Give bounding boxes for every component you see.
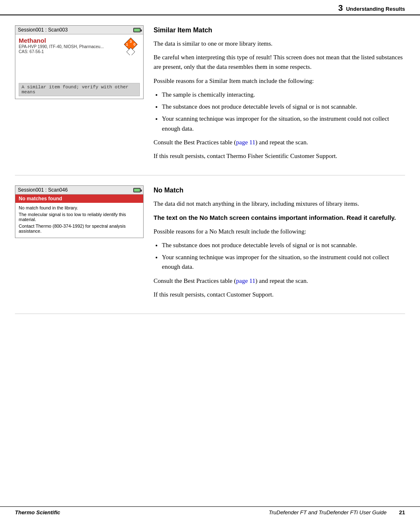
device-screen-nomatch: Session001 : Scan046 No matches found No… (15, 185, 144, 238)
session-label-nomatch: Session001 : Scan046 (18, 187, 68, 193)
chapter-title: Understanding Results (346, 6, 405, 12)
footer-page-number: 21 (399, 509, 405, 516)
battery-icon-nomatch (133, 188, 141, 192)
battery-icon-similar (133, 28, 141, 32)
hazard-diamond: 3 1 0 (122, 37, 140, 56)
substance-name: Methanol (19, 37, 104, 44)
device-panel-nomatch: Session001 : Scan046 No matches found No… (15, 185, 144, 304)
section-no-match: Session001 : Scan046 No matches found No… (15, 175, 405, 314)
section-similar-item-match: Session001 : Scan003 Methanol EPA-HVP 19… (15, 15, 405, 175)
main-content: Session001 : Scan003 Methanol EPA-HVP 19… (0, 15, 420, 314)
nomatch-line2: The molecular signal is too low to relia… (19, 212, 140, 222)
substance-info-block: Methanol EPA-HVP 1990, ITF-40, NIOSH, Ph… (19, 37, 104, 54)
para3-similar: Possible reasons for a Similar Item matc… (154, 76, 405, 86)
para5-nomatch: If this result persists, contact Custome… (154, 290, 405, 299)
para5-similar: If this result persists, contact Thermo … (154, 151, 405, 161)
bullet-nomatch-2: Your scanning technique was improper for… (162, 253, 405, 272)
svg-text:0: 0 (133, 42, 135, 46)
bullets-nomatch: The substance does not produce detectabl… (162, 241, 405, 272)
session-bar-similar: Session001 : Scan003 (15, 26, 143, 34)
para1-similar: The data is similar to one or more libra… (154, 39, 405, 49)
device-screen-similar: Session001 : Scan003 Methanol EPA-HVP 19… (15, 25, 144, 99)
footer-brand: Thermo Scientific (15, 509, 60, 516)
para4-similar: Consult the Best Practices table (page 1… (154, 138, 405, 147)
device-panel-similar: Session001 : Scan003 Methanol EPA-HVP 19… (15, 25, 144, 165)
para3-nomatch: Possible reasons for a No Match result i… (154, 227, 405, 236)
substance-info: EPA-HVP 1990, ITF-40, NIOSH, Pharmaceu..… (19, 44, 104, 49)
footer-doc-title: TruDefender FT and TruDefender FTi User … (269, 509, 386, 516)
sim-match-content: Methanol EPA-HVP 1990, ITF-40, NIOSH, Ph… (15, 34, 143, 99)
session-label-similar: Session001 : Scan003 (18, 27, 68, 33)
bullet-similar-2: The substance does not produce detectabl… (162, 102, 405, 112)
bullet-similar-1: The sample is chemically interacting. (162, 90, 405, 100)
footer-right: TruDefender FT and TruDefender FTi User … (269, 509, 405, 516)
bold-important-nomatch: The text on the No Match screen contains… (154, 213, 405, 222)
bullets-similar: The sample is chemically interacting. Th… (162, 90, 405, 134)
similar-item-status: A similar item found; verify with other … (19, 83, 140, 96)
svg-text:1: 1 (126, 42, 128, 46)
text-content-similar: Similar Item Match The data is similar t… (154, 25, 405, 165)
session-bar-nomatch: Session001 : Scan046 (15, 186, 143, 195)
svg-text:3: 3 (129, 39, 132, 44)
bullet-similar-3: Your scanning technique was improper for… (162, 114, 405, 134)
link-page11-similar[interactable]: page 11 (236, 139, 256, 146)
section-title-similar: Similar Item Match (154, 25, 405, 36)
chapter-heading: 3 Understanding Results (338, 3, 405, 13)
text-content-nomatch: No Match The data did not match anything… (154, 185, 405, 304)
para2-similar: Be careful when interpreting this type o… (154, 53, 405, 72)
link-page11-nomatch[interactable]: page 11 (236, 277, 256, 284)
svg-marker-1 (127, 48, 135, 55)
sim-match-spacer (19, 56, 140, 81)
section-title-nomatch: No Match (154, 185, 405, 196)
no-match-header: No matches found (15, 195, 143, 203)
substance-cas: CAS: 67-56-1 (19, 49, 104, 54)
bullet-nomatch-1: The substance does not produce detectabl… (162, 241, 405, 250)
chapter-number: 3 (338, 3, 343, 12)
nomatch-line3: Contact Thermo (800-374-1992) for spectr… (19, 224, 140, 234)
page-header: 3 Understanding Results (0, 0, 420, 15)
sim-match-top: Methanol EPA-HVP 1990, ITF-40, NIOSH, Ph… (19, 37, 140, 56)
page-footer: Thermo Scientific TruDefender FT and Tru… (0, 506, 420, 516)
nomatch-line1: No match found in the library. (19, 205, 140, 210)
para1-nomatch: The data did not match anything in the l… (154, 199, 405, 209)
para4-nomatch: Consult the Best Practices table (page 1… (154, 276, 405, 286)
no-match-content: No match found in the library. The molec… (15, 203, 143, 238)
